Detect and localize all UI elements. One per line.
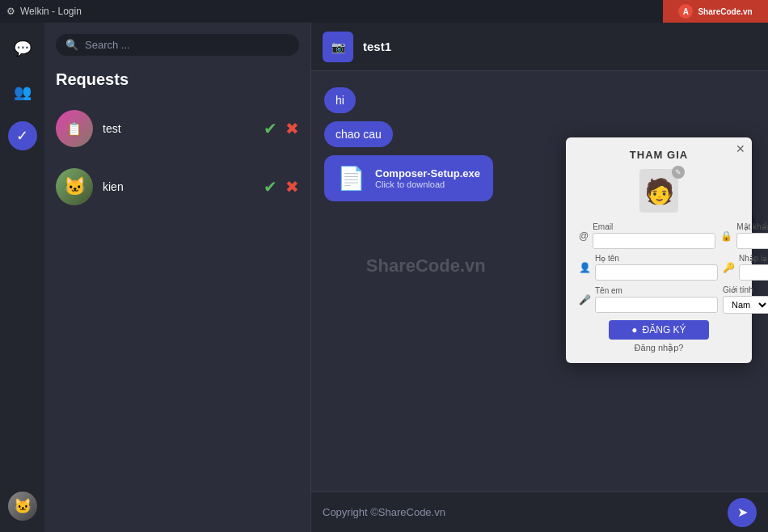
file-name: Composer-Setup.exe <box>375 167 480 179</box>
sidebar-item-chat[interactable]: 💬 <box>8 34 37 63</box>
file-icon: 📄 <box>337 165 365 192</box>
search-input[interactable] <box>85 39 289 51</box>
send-icon: ➤ <box>737 505 748 520</box>
email-icon: @ <box>579 230 589 242</box>
message-bubble: chao cau <box>324 121 393 147</box>
gender-select[interactable]: Nam Nữ <box>723 296 768 314</box>
request-avatar-test: 📋 <box>56 110 93 147</box>
accept-button-test[interactable]: ✔ <box>264 119 277 138</box>
file-action: Click to download <box>375 179 480 189</box>
chat-input[interactable] <box>323 506 719 518</box>
fullname-input[interactable] <box>595 264 718 281</box>
login-link[interactable]: Đăng nhập? <box>579 343 739 353</box>
chat-icon: 💬 <box>14 40 32 57</box>
modal-avatar-emoji: 🧑 <box>644 177 674 205</box>
request-actions-kien: ✔ ✖ <box>264 177 299 196</box>
requests-title: Requests <box>56 70 299 89</box>
modal-title: THAM GIA <box>579 149 739 161</box>
contacts-panel: 🔍 Requests 📋 test ✔ ✖ 🐱 kien ✔ ✖ <box>44 23 311 532</box>
message-bubble: hi <box>324 87 356 113</box>
sharecode-logo-text: A ShareCode.vn <box>678 4 752 19</box>
search-box: 🔍 <box>56 34 299 56</box>
username-row: 🎤 Tên em Giới tính Nam Nữ <box>579 285 739 314</box>
username-input[interactable] <box>595 297 718 313</box>
titlebar-title: ⚙ Welkin - Login <box>6 6 82 17</box>
password-label: Mật khẩu <box>736 222 768 231</box>
reject-button-kien[interactable]: ✖ <box>285 177 299 196</box>
gender-label: Giới tính <box>723 285 768 294</box>
modal-close-button[interactable]: ✕ <box>736 142 745 155</box>
avatar-note: 📋 <box>56 110 93 147</box>
request-name-test: test <box>103 122 254 135</box>
request-actions-test: ✔ ✖ <box>264 119 299 138</box>
chat-header: 📷 test1 <box>311 23 768 71</box>
confirm-password-input[interactable] <box>739 264 768 281</box>
avatar-cat: 🐱 <box>56 168 93 205</box>
request-item: 📋 test ✔ ✖ <box>56 103 299 154</box>
app-icon: ⚙ <box>6 6 15 17</box>
search-icon: 🔍 <box>65 39 78 51</box>
person-icon: 👤 <box>579 262 591 273</box>
register-btn-row: ● ĐĂNG KÝ <box>579 320 739 340</box>
email-label: Email <box>593 222 715 231</box>
header-avatar-icon: 📷 <box>331 40 345 53</box>
fullname-label: Họ tên <box>595 254 718 263</box>
request-name-kien: kien <box>103 180 254 193</box>
chat-header-name: test1 <box>363 40 391 53</box>
mic-icon: 🎤 <box>579 294 591 306</box>
modal-avatar-edit[interactable]: ✎ <box>672 166 685 179</box>
send-button[interactable]: ➤ <box>728 498 757 527</box>
app-title: Welkin - Login <box>20 6 82 17</box>
request-avatar-kien: 🐱 <box>56 168 93 205</box>
sidebar-item-requests[interactable]: ✓ <box>8 121 37 150</box>
key-icon: 🔑 <box>723 262 735 273</box>
register-label: ĐĂNG KÝ <box>643 324 686 336</box>
titlebar: ⚙ Welkin - Login <box>0 0 768 23</box>
username-label: Tên em <box>595 286 718 295</box>
chat-header-avatar: 📷 <box>323 32 353 62</box>
register-button[interactable]: ● ĐĂNG KÝ <box>609 320 708 340</box>
sidebar: 💬 👥 ✓ 🐱 <box>0 23 44 532</box>
confirm-password-label: Nhập lại mật khẩu <box>739 254 768 263</box>
modal-avatar: 🧑 ✎ <box>639 169 678 213</box>
email-input[interactable] <box>593 233 715 249</box>
register-icon: ● <box>631 324 637 336</box>
email-row: @ Email 🔒 Mật khẩu <box>579 222 739 249</box>
file-info: Composer-Setup.exe Click to download <box>375 167 480 189</box>
lock-icon: 🔒 <box>720 230 732 242</box>
avatar-image: 🐱 <box>8 492 37 521</box>
group-icon: 👥 <box>14 83 32 101</box>
registration-modal: ✕ THAM GIA 🧑 ✎ @ Email 🔒 Mật khẩu 👤 <box>566 137 752 363</box>
user-avatar[interactable]: 🐱 <box>8 492 37 521</box>
modal-avatar-area: 🧑 ✎ <box>579 169 739 213</box>
sidebar-item-groups[interactable]: 👥 <box>8 78 37 107</box>
file-message[interactable]: 📄 Composer-Setup.exe Click to download <box>324 155 493 201</box>
fullname-row: 👤 Họ tên 🔑 Nhập lại mật khẩu <box>579 254 739 281</box>
sharecode-logo: A ShareCode.vn <box>663 0 768 23</box>
requests-icon: ✓ <box>16 127 28 145</box>
password-input[interactable] <box>736 233 768 249</box>
reject-button-test[interactable]: ✖ <box>285 119 299 138</box>
accept-button-kien[interactable]: ✔ <box>264 177 277 196</box>
chat-input-bar: ➤ <box>311 492 768 532</box>
request-item: 🐱 kien ✔ ✖ <box>56 162 299 212</box>
